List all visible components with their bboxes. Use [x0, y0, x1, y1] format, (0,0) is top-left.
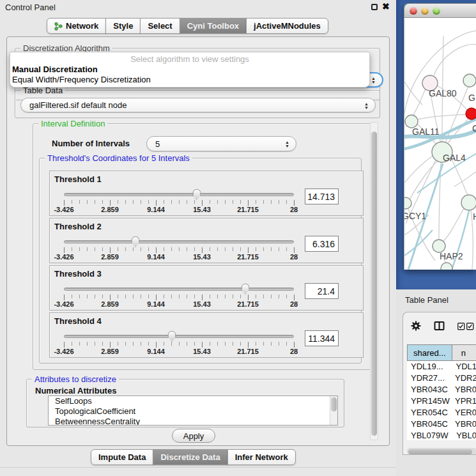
tab-impute-data[interactable]: Impute Data: [91, 449, 153, 465]
checkbox-columns-icon[interactable]: [457, 323, 474, 330]
cell-shared-name[interactable]: YER054C: [407, 407, 451, 418]
table-row[interactable]: YDL19... YDL1: [407, 361, 476, 372]
threshold-1-value-field[interactable]: 14.713: [305, 188, 339, 204]
numerical-attributes-list[interactable]: SelfLoops TopologicalCoefficient Between…: [48, 395, 338, 426]
settings-scrollbar-thumb[interactable]: [371, 132, 377, 436]
scale-label: 28: [290, 300, 298, 308]
cell-name[interactable]: YER0: [451, 407, 476, 418]
screen: Control Panel ✖ Network Style Sel: [0, 0, 476, 476]
node-label-gcy1: GCY1: [404, 211, 426, 221]
tab-network[interactable]: Network: [47, 18, 106, 34]
scale-label: 9.144: [147, 253, 165, 261]
threshold-1-slider[interactable]: [64, 193, 294, 196]
tab-infer-network[interactable]: Infer Network: [227, 449, 296, 465]
threshold-4-slider-thumb[interactable]: [168, 331, 176, 342]
table-row[interactable]: YPR145W YPR1: [407, 395, 476, 407]
node-gcy1[interactable]: [404, 197, 411, 209]
algorithm-option-equal-width[interactable]: Equal Width/Frequency Discretization: [12, 75, 151, 84]
cell-shared-name[interactable]: YBR045C: [407, 418, 451, 430]
cytoscape-desktop: GAL80 G. C GAL11 GAL4 GCY1 H HAP2: [396, 0, 476, 289]
node-h[interactable]: [461, 195, 476, 210]
threshold-4-major-ticks: [64, 342, 295, 348]
split-columns-icon[interactable]: [434, 321, 445, 331]
list-item[interactable]: BetweennessCentrality: [49, 417, 337, 426]
table-data-select[interactable]: galFiltered.sif default node ▲▼: [20, 98, 376, 112]
close-traffic-light-icon[interactable]: [410, 7, 417, 15]
tab-select[interactable]: Select: [140, 18, 180, 34]
node-label-h: H: [473, 211, 476, 222]
attributes-list-scrollbar-thumb[interactable]: [331, 397, 337, 411]
list-item[interactable]: SelfLoops: [49, 396, 337, 406]
combo-stepper-icon: ▲▼: [364, 102, 369, 109]
table-row[interactable]: YDR27... YDR2: [407, 372, 476, 384]
threshold-3-value-field[interactable]: 21.4: [305, 283, 339, 299]
node-bottom-partial[interactable]: [441, 263, 452, 270]
cell-name[interactable]: YPR1: [451, 395, 476, 407]
threshold-2-slider[interactable]: [64, 240, 294, 243]
tab-discretize-data-label: Discretize Data: [160, 450, 220, 465]
threshold-4-value-field[interactable]: 11.344: [305, 330, 339, 346]
apply-button[interactable]: Apply: [172, 429, 215, 443]
cell-shared-name[interactable]: YBR043C: [407, 384, 451, 395]
node-red-selected[interactable]: [466, 108, 476, 119]
cell-name[interactable]: YDR2: [451, 372, 476, 384]
network-view-window[interactable]: GAL80 G. C GAL11 GAL4 GCY1 H HAP2: [404, 3, 476, 270]
threshold-3-slider[interactable]: [64, 288, 294, 291]
cell-shared-name[interactable]: YDL19...: [407, 361, 452, 372]
tab-discretize-data[interactable]: Discretize Data: [153, 449, 227, 465]
table-horizontal-scrollbar[interactable]: [407, 448, 476, 455]
attributes-list-scrollbar[interactable]: [330, 396, 337, 425]
number-of-intervals-spinner[interactable]: 5 ▲▼: [146, 136, 296, 151]
gear-icon[interactable]: [411, 321, 421, 331]
cell-name[interactable]: YBR0: [451, 418, 476, 430]
threshold-4-slider[interactable]: [64, 335, 294, 338]
cell-shared-name[interactable]: YDR27...: [407, 372, 451, 384]
node-hap2[interactable]: [433, 240, 445, 252]
control-panel: Control Panel ✖ Network Style Sel: [0, 0, 396, 476]
threshold-2-slider-thumb[interactable]: [131, 236, 139, 247]
settings-scrollbar[interactable]: [370, 122, 378, 440]
network-window-titlebar[interactable]: [404, 3, 476, 18]
threshold-1-slider-thumb[interactable]: [192, 189, 201, 200]
algorithm-option-manual[interactable]: Manual Discretization: [12, 65, 98, 74]
tab-jactivemnodules[interactable]: jActiveMNodules: [246, 18, 328, 34]
threshold-3-major-ticks: [64, 295, 295, 300]
scale-label: 2.859: [101, 348, 119, 355]
zoom-traffic-light-icon[interactable]: [433, 7, 440, 15]
scale-label: 9.144: [147, 300, 165, 308]
node-g[interactable]: [463, 74, 476, 87]
scale-label: -3.426: [54, 348, 73, 355]
bottom-divider: [0, 467, 396, 468]
column-header-shared-name[interactable]: shared...: [407, 345, 452, 361]
interval-definition-group-title: Interval Definition: [38, 119, 107, 128]
list-item[interactable]: TopologicalCoefficient: [49, 406, 337, 417]
table-horizontal-scrollbar-thumb[interactable]: [408, 449, 472, 454]
cell-name[interactable]: YDL1: [452, 361, 476, 372]
column-header-name[interactable]: n: [452, 345, 476, 361]
scale-label: 15.43: [193, 348, 211, 355]
float-window-icon[interactable]: [371, 4, 378, 10]
scale-label: -3.426: [54, 253, 73, 261]
scale-label: -3.426: [54, 300, 73, 308]
cell-shared-name[interactable]: YPR145W: [407, 395, 451, 407]
network-canvas[interactable]: GAL80 G. C GAL11 GAL4 GCY1 H HAP2: [404, 18, 476, 270]
cell-name[interactable]: YBR0: [451, 384, 476, 395]
table-row[interactable]: YBR043C YBR0: [407, 384, 476, 395]
node-gal11[interactable]: [405, 115, 418, 128]
threshold-3-slider-thumb[interactable]: [241, 284, 249, 295]
table-row[interactable]: YBR045C YBR0: [407, 418, 476, 430]
tab-style[interactable]: Style: [105, 18, 141, 34]
threshold-2-panel: Threshold 2 -3.426 2.859 9.144 15.43 21.…: [49, 218, 364, 263]
close-icon[interactable]: ✖: [382, 1, 390, 12]
table-row[interactable]: YER054C YER0: [407, 407, 476, 418]
scale-label: 15.43: [193, 253, 211, 261]
tab-select-label: Select: [148, 19, 172, 34]
combo-stepper-icon: ▲▼: [371, 77, 376, 84]
tab-cyni-toolbox[interactable]: Cyni Toolbox: [180, 18, 247, 34]
attributes-group-title: Attributes to discretize: [32, 374, 119, 384]
threshold-2-value-field[interactable]: 6.316: [305, 236, 339, 252]
minimize-traffic-light-icon[interactable]: [421, 7, 429, 15]
table-row[interactable]: YBL079W YBL0: [407, 430, 476, 440]
cell-shared-name[interactable]: YBL079W: [407, 430, 452, 440]
cell-name[interactable]: YBL0: [452, 430, 476, 440]
